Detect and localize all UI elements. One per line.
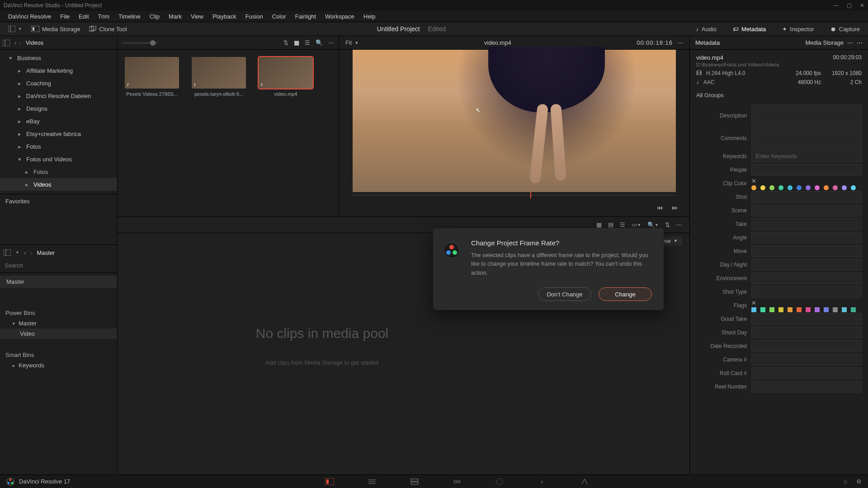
menu-help[interactable]: Help — [359, 13, 380, 20]
flag-swatch[interactable] — [760, 307, 765, 312]
page-cut[interactable] — [367, 477, 377, 487]
menu-trim[interactable]: Trim — [94, 13, 114, 20]
meta-field-keywords[interactable]: Enter Keywords — [751, 150, 862, 162]
change-button[interactable]: Change — [599, 287, 652, 301]
meta-field-people[interactable] — [751, 164, 862, 176]
tree-item-ebay[interactable]: ▸eBay — [0, 115, 117, 127]
sort-icon[interactable]: ⇅ — [283, 39, 288, 46]
tree-item-affiliate-marketing[interactable]: ▸Affiliate Marketing — [0, 64, 117, 77]
meta-field-scene[interactable] — [751, 205, 862, 216]
menu-davinci-resolve[interactable]: DaVinci Resolve — [4, 13, 56, 20]
meta-field-day-night[interactable] — [751, 259, 862, 271]
clip-color-clear-icon[interactable]: ✕ — [751, 178, 756, 184]
tree-item-coaching[interactable]: ▸Coaching — [0, 77, 117, 89]
window-close-icon[interactable]: ✕ — [860, 2, 864, 9]
flag-swatch[interactable] — [788, 307, 793, 312]
menu-file[interactable]: File — [56, 13, 74, 20]
viewer-frame[interactable]: ↖ — [353, 50, 676, 192]
pool-search-input[interactable] — [5, 262, 113, 269]
menu-view[interactable]: View — [186, 13, 208, 20]
viewer-more-icon[interactable]: ⋯ — [677, 39, 683, 46]
path-back-icon[interactable]: ‹ — [24, 249, 26, 256]
inspector-panel-toggle[interactable]: ✦Inspector — [778, 25, 818, 33]
meta-groups-dropdown[interactable]: All Groups — [690, 88, 868, 102]
menu-timeline[interactable]: Timeline — [114, 13, 145, 20]
menu-workspace[interactable]: Workspace — [321, 13, 359, 20]
clone-tool-toggle[interactable]: Clone Tool — [85, 25, 131, 33]
flags-clear-icon[interactable]: ✕ — [751, 300, 756, 306]
clip-color-swatch[interactable] — [788, 185, 793, 190]
list-view-icon[interactable]: ☰ — [305, 39, 310, 46]
tree-item-designs[interactable]: ▸Designs — [0, 102, 117, 115]
meta-field-shot-type[interactable] — [751, 286, 862, 298]
nav-fwd-icon[interactable]: › — [19, 39, 21, 46]
page-fairlight[interactable]: ♪ — [537, 477, 547, 487]
flag-swatch[interactable] — [815, 307, 820, 312]
metadata-options-icon[interactable]: ⋯ — [857, 39, 863, 46]
viewer-scrubber[interactable] — [353, 192, 676, 198]
tree-item-business[interactable]: ▾Business — [0, 52, 117, 64]
clip-color-swatch[interactable] — [815, 185, 820, 190]
tree-item-videos[interactable]: ▸Videos — [0, 178, 117, 191]
tree-item-fotos[interactable]: ▸Fotos — [0, 140, 117, 153]
window-maximize-icon[interactable]: ▢ — [847, 2, 852, 9]
page-deliver[interactable] — [580, 477, 590, 487]
flag-swatch[interactable] — [842, 307, 847, 312]
clip-color-swatch[interactable] — [797, 185, 802, 190]
clip-color-swatch[interactable] — [751, 185, 756, 190]
meta-field-description[interactable] — [751, 105, 862, 127]
menu-edit[interactable]: Edit — [74, 13, 93, 20]
tree-item-fotos[interactable]: ▸Fotos — [0, 165, 117, 178]
dont-change-button[interactable]: Don't Change — [538, 287, 591, 301]
meta-field-roll-card-[interactable] — [751, 367, 862, 379]
audio-panel-toggle[interactable]: ♪Audio — [691, 25, 721, 33]
flag-swatch[interactable] — [806, 307, 811, 312]
clip-color-swatch[interactable] — [851, 185, 856, 190]
meta-field-shot[interactable] — [751, 191, 862, 203]
grid-view-icon[interactable]: ▦ — [294, 39, 299, 46]
meta-field-environment[interactable] — [751, 272, 862, 284]
meta-field-take[interactable] — [751, 218, 862, 230]
page-fusion[interactable] — [452, 477, 462, 487]
chevron-down-icon[interactable]: ▼ — [15, 250, 19, 255]
meta-field-angle[interactable] — [751, 232, 862, 244]
flag-swatch[interactable] — [851, 307, 856, 312]
transport-first-icon[interactable]: ⏮ — [657, 204, 663, 211]
flag-swatch[interactable] — [751, 307, 756, 312]
flag-swatch[interactable] — [824, 307, 829, 312]
meta-field-comments[interactable] — [751, 127, 862, 149]
powerbin-master[interactable]: ▾Master — [0, 318, 117, 328]
meta-field-reel-number[interactable] — [751, 381, 862, 393]
smartbin-keywords[interactable]: ▸Keywords — [0, 360, 117, 371]
flag-swatch[interactable] — [833, 307, 838, 312]
menu-mark[interactable]: Mark — [164, 13, 186, 20]
sidebar-layout-icon[interactable] — [3, 40, 10, 46]
tree-item-etsy-creative-fabrica[interactable]: ▸Etsy+creative fabrica — [0, 127, 117, 140]
page-color[interactable] — [495, 477, 505, 487]
clip-color-swatch[interactable] — [760, 185, 765, 190]
meta-field-date-recorded[interactable] — [751, 340, 862, 352]
menu-fairlight[interactable]: Fairlight — [291, 13, 321, 20]
powerbin-video[interactable]: Video — [0, 328, 117, 339]
window-minimize-icon[interactable]: — — [833, 2, 839, 9]
pool-layout-icon[interactable] — [4, 249, 11, 256]
panel-toggle-dropdown[interactable]: ▼ — [4, 25, 27, 33]
clip-color-swatch[interactable] — [769, 185, 774, 190]
nav-back-icon[interactable]: ‹ — [14, 39, 16, 46]
search-icon[interactable]: 🔍 — [316, 39, 323, 46]
project-settings-icon[interactable]: ⚙ — [856, 478, 862, 485]
flag-swatch[interactable] — [797, 307, 802, 312]
more-icon[interactable]: ⋯ — [328, 39, 334, 46]
clip-thumbnail[interactable]: ♪pexels-taryn-elliott-9... — [192, 57, 246, 97]
page-media[interactable] — [325, 477, 335, 487]
thumbnail-size-slider[interactable] — [122, 42, 158, 44]
flag-swatch[interactable] — [769, 307, 774, 312]
metadata-panel-toggle[interactable]: 🏷Metadata — [728, 25, 770, 33]
clip-thumbnail[interactable]: ♪Pexels Videos 2786S... — [125, 57, 179, 97]
clip-color-swatch[interactable] — [824, 185, 829, 190]
tree-item-davinci-resolve-dateien[interactable]: ▸DaVinci Resolve Dateien — [0, 89, 117, 102]
menu-playback[interactable]: Playback — [208, 13, 241, 20]
meta-field-shoot-day[interactable] — [751, 327, 862, 338]
menu-clip[interactable]: Clip — [145, 13, 164, 20]
transport-last-icon[interactable]: ⏭ — [672, 204, 678, 211]
